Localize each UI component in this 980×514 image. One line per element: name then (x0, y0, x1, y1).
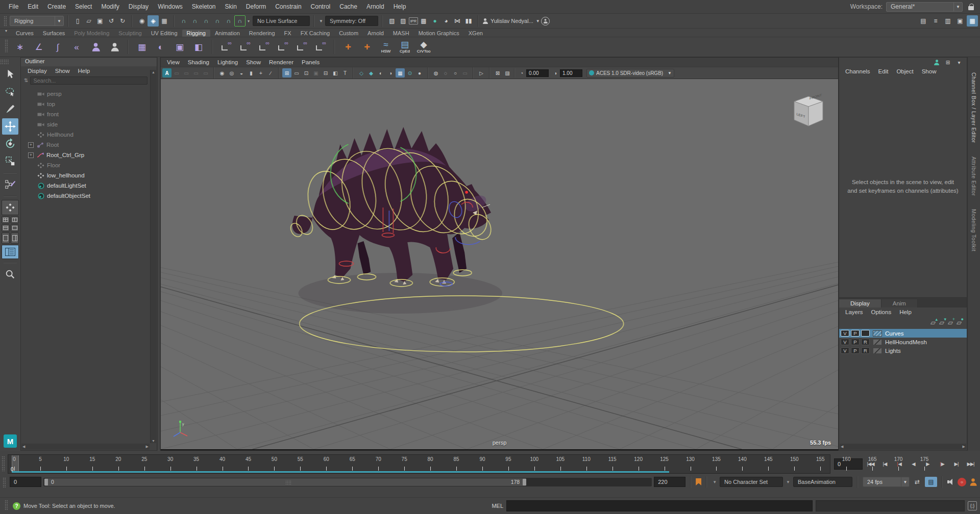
grease-frame-3-icon[interactable]: ▭ (191, 68, 201, 78)
shelf-tab-surfaces[interactable]: Surfaces (38, 30, 69, 37)
playback-range-bar[interactable]: 0 178 (44, 478, 526, 486)
paint-select-tool[interactable] (2, 101, 18, 117)
tab-display[interactable]: Display (839, 299, 881, 307)
chevron-down-icon[interactable]: ▼ (713, 480, 717, 484)
cped-shelf-button[interactable]: ▤CpEd (396, 38, 413, 56)
lasso-tool[interactable] (2, 84, 18, 100)
shelf-tab-arnold[interactable]: Arnold (363, 30, 388, 37)
step-forward-key-button[interactable]: |▶ (935, 458, 949, 470)
resolution-gate-icon[interactable]: ⊡ (302, 68, 311, 78)
layer-visible-toggle[interactable]: V (841, 339, 849, 345)
pencil-icon[interactable]: ∕ (266, 68, 275, 78)
parent-constraint-icon[interactable] (217, 38, 235, 56)
scroll-right-icon[interactable]: ▶ (146, 445, 149, 449)
workspace-select[interactable]: General* ▼ (886, 2, 963, 12)
shelf-tab-fx-caching[interactable]: FX Caching (296, 30, 334, 37)
safe-title-icon[interactable]: T (340, 68, 350, 78)
modeling-toolkit-toggle-icon[interactable]: ▣ (954, 15, 966, 27)
anim-layer-select[interactable]: BaseAnimation (793, 477, 852, 487)
snap-to-curve-icon[interactable]: ∩ (189, 15, 201, 27)
select-by-object-icon[interactable]: ◈ (148, 15, 159, 27)
checkered-icon[interactable]: ▦ (396, 68, 405, 78)
lock-workspace-icon[interactable] (968, 4, 974, 10)
layer-visible-toggle[interactable]: V (841, 330, 849, 337)
menu-control[interactable]: Control (306, 0, 335, 13)
chevron-down-icon[interactable]: ▼ (786, 480, 790, 484)
two-d-pan-zoom-icon[interactable]: + (256, 68, 265, 78)
panel-menu-shading[interactable]: Shading (184, 58, 213, 67)
range-slider-track[interactable]: 0 178 (43, 478, 652, 486)
user-account-menu[interactable]: Yulislav Nedyal... ▼ (482, 18, 540, 24)
outliner-item-defaultlightset[interactable]: defaultLightSet (21, 181, 157, 191)
select-tool[interactable] (2, 66, 18, 83)
textured-icon[interactable]: ◐ (376, 68, 385, 78)
hypershade-icon[interactable]: ◕ (440, 15, 452, 27)
make-live-icon[interactable]: ∩ (234, 15, 246, 27)
panel-menu-lighting[interactable]: Lighting (213, 58, 242, 67)
expand-toggle-icon[interactable]: + (28, 152, 34, 158)
mute-audio-icon[interactable] (947, 478, 955, 485)
script-editor-icon[interactable]: {;} (968, 501, 977, 510)
gamma-field[interactable] (560, 69, 582, 77)
side-tab-attribute-editor[interactable]: Attribute Editor (971, 157, 977, 196)
pin-channelbox-icon[interactable]: ▾ (954, 58, 964, 67)
help-line-grip[interactable] (5, 500, 8, 510)
bookmark-view-icon[interactable]: ▮ (247, 68, 256, 78)
lighting-icon[interactable]: ⊙ (405, 68, 414, 78)
loop-mode-icon[interactable]: ⇄ (912, 476, 923, 487)
mel-toggle[interactable]: MEL (492, 503, 503, 509)
layer-row[interactable]: VPRHellHoundMesh (839, 338, 967, 346)
fog-icon[interactable]: ○ (451, 68, 460, 78)
outliner-item-floor[interactable]: Floor (21, 160, 157, 170)
menu-modify[interactable]: Modify (96, 0, 124, 13)
menu-create[interactable]: Create (43, 0, 70, 13)
save-scene-icon[interactable]: ▣ (94, 15, 106, 27)
shelf-tab-rendering[interactable]: Rendering (244, 30, 280, 37)
channel-box-menu-show[interactable]: Show (918, 67, 941, 76)
mirror-skin-weights-icon[interactable]: ◧ (190, 38, 207, 56)
scroll-up-icon[interactable]: ▲ (151, 70, 156, 74)
scale-tool[interactable] (2, 153, 18, 169)
menu-deform[interactable]: Deform (241, 0, 271, 13)
shelf-options-icon[interactable]: ▾ (3, 25, 9, 36)
character-set-select[interactable]: No Character Set (720, 477, 783, 487)
menu-display[interactable]: Display (124, 0, 153, 13)
layer-menu-options[interactable]: Options (867, 308, 896, 317)
bind-skin-icon[interactable]: ▦ (133, 38, 151, 56)
menu-set-select[interactable]: Rigging ▼ (10, 16, 64, 26)
shelf-tab-mash[interactable]: MASH (388, 30, 414, 37)
outliner-vertical-scrollbar[interactable]: ▲ ▼ (150, 70, 156, 443)
channel-box-menu-channels[interactable]: Channels (841, 67, 874, 76)
outliner-item-defaultobjectset[interactable]: defaultObjectSet (21, 191, 157, 201)
range-start-handle[interactable] (44, 479, 48, 485)
scale-constraint-icon[interactable] (274, 38, 291, 56)
shelf-tab-sculpting[interactable]: Sculpting (114, 30, 146, 37)
menu-file[interactable]: File (4, 0, 23, 13)
aim-constraint-icon[interactable] (293, 38, 310, 56)
point-constraint-icon[interactable] (236, 38, 254, 56)
tab-anim[interactable]: Anim (881, 299, 918, 307)
xray-icon[interactable]: ▨ (503, 68, 512, 78)
use-default-material-icon[interactable]: ◑ (386, 68, 395, 78)
side-tab-modeling-toolkit[interactable]: Modeling Toolkit (971, 209, 977, 251)
live-surface-field[interactable]: No Live Surface (253, 16, 310, 26)
layer-reference-toggle[interactable]: R (861, 347, 870, 354)
pause-viewport-icon[interactable]: ▮▮ (463, 15, 474, 27)
animation-end-field[interactable] (654, 477, 685, 487)
status-line-grip[interactable] (4, 16, 7, 26)
isolate-select-icon[interactable]: ▷ (477, 68, 486, 78)
grease-pencil-icon[interactable]: A (162, 68, 172, 78)
outliner-item-low_hellhound[interactable]: low_hellhound (21, 170, 157, 181)
panel-menu-panels[interactable]: Panels (298, 58, 324, 67)
select-by-hierarchy-icon[interactable]: ◉ (136, 15, 148, 27)
layer-row[interactable]: VPCurves (839, 329, 967, 338)
select-by-component-icon[interactable]: ▦ (159, 15, 170, 27)
ipr-render-icon[interactable]: IPR (409, 17, 418, 24)
move-layer-down-icon[interactable]: ▱▾ (939, 319, 944, 326)
shelf-tab-animation[interactable]: Animation (210, 30, 244, 37)
smooth-shade-icon[interactable]: ◆ (366, 68, 376, 78)
layer-reference-toggle[interactable] (861, 330, 870, 337)
four-view-layout-button[interactable] (2, 216, 10, 223)
hik-controls-icon[interactable] (932, 58, 941, 67)
play-backwards-button[interactable]: ◀ (906, 458, 920, 470)
